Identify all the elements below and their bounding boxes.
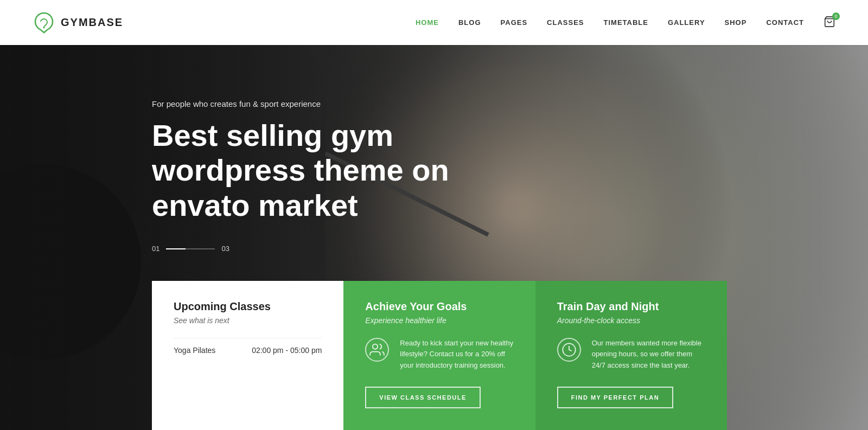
logo[interactable]: GYMBASE [33,11,123,34]
goals-icon-row: Ready to kick start your new healthy lif… [365,338,513,371]
class-time: 02:00 pm - 05:00 pm [252,346,322,355]
nav-contact[interactable]: CONTACT [766,18,804,27]
cart-button[interactable]: 0 [824,16,835,30]
night-title: Train Day and Night [557,300,705,313]
find-plan-button[interactable]: FIND MY PERFECT PLAN [557,387,673,408]
class-name: Yoga Pilates [174,346,215,355]
nav-shop[interactable]: SHOP [725,18,747,27]
nav-timetable[interactable]: TIMETABLE [604,18,648,27]
cart-badge: 0 [832,12,840,20]
nav-gallery[interactable]: GALLERY [668,18,705,27]
goals-subtitle: Experience healthier life [365,316,513,325]
hero-title: Best selling gymwordpress theme onenvato… [152,118,449,223]
upcoming-classes-subtitle: See what is next [174,316,322,325]
class-row: Yoga Pilates 02:00 pm - 05:00 pm [174,338,322,362]
bottom-panels: Upcoming Classes See what is next Yoga P… [152,281,727,430]
people-icon [365,338,389,362]
nav-classes[interactable]: CLASSES [547,18,584,27]
page-current: 01 [152,245,159,253]
goals-title: Achieve Your Goals [365,300,513,313]
page-total: 03 [221,245,229,253]
goals-description: Ready to kick start your new healthy lif… [400,338,513,371]
hero-subtitle: For people who creates fun & sport exper… [152,99,449,108]
hero-progress-bar [166,248,215,249]
logo-icon [33,11,55,34]
clock-icon [557,338,581,362]
svg-point-0 [43,27,45,28]
hero-section: For people who creates fun & sport exper… [0,45,868,430]
nav-pages[interactable]: PAGES [501,18,528,27]
view-schedule-button[interactable]: VIEW CLASS SCHEDULE [365,387,481,408]
night-panel: Train Day and Night Around-the-clock acc… [535,281,727,430]
header: GYMBASE HOME BLOG PAGES CLASSES TIMETABL… [0,0,868,45]
hero-content: For people who creates fun & sport exper… [152,99,449,253]
nav-blog[interactable]: BLOG [458,18,481,27]
upcoming-classes-panel: Upcoming Classes See what is next Yoga P… [152,281,343,430]
goals-panel: Achieve Your Goals Experience healthier … [343,281,535,430]
upcoming-classes-title: Upcoming Classes [174,300,322,313]
nav-home[interactable]: HOME [416,18,439,27]
night-subtitle: Around-the-clock access [557,316,705,325]
svg-point-2 [373,344,378,349]
hero-pagination: 01 03 [152,245,449,253]
main-nav: HOME BLOG PAGES CLASSES TIMETABLE GALLER… [416,16,835,30]
night-description: Our members wanted more flexible opening… [592,338,705,371]
hero-progress-fill [166,248,186,249]
logo-text: GYMBASE [61,16,123,29]
night-icon-row: Our members wanted more flexible opening… [557,338,705,371]
